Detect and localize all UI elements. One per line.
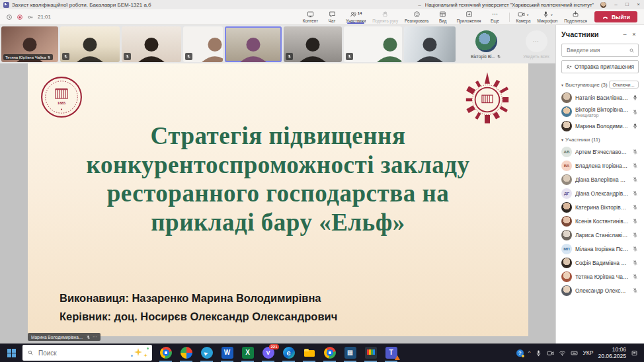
- start-button[interactable]: [0, 344, 22, 362]
- more-dots-icon: ⋯: [492, 11, 498, 18]
- participant-row[interactable]: Тетяна Юріївна Чайка: [556, 270, 644, 283]
- participant-row[interactable]: МП Мілана Ігорівна Псарьова: [556, 242, 644, 256]
- camera-chevron-icon[interactable]: ∨: [526, 13, 529, 17]
- keyboard-icon[interactable]: [571, 349, 578, 357]
- panel-minimize-button[interactable]: –: [620, 31, 629, 38]
- participant-mic-icon[interactable]: [632, 109, 639, 115]
- participant-mic-muted-icon[interactable]: [632, 232, 639, 238]
- participant-row[interactable]: Лариса Станіславівна Стригуль: [556, 228, 644, 242]
- taskbar-app-chrome[interactable]: [155, 344, 176, 362]
- chevron-down-icon[interactable]: ▾: [561, 137, 563, 142]
- window-maximize-button[interactable]: □: [622, 0, 633, 9]
- taskbar-search-box[interactable]: [22, 345, 152, 361]
- participant-search-box[interactable]: [561, 44, 639, 57]
- speakers-section-header[interactable]: Выступающие (3): [565, 82, 607, 88]
- participant-mic-muted-icon[interactable]: [632, 260, 639, 266]
- window-close-button[interactable]: ×: [633, 0, 644, 9]
- taskbar-app-colorful[interactable]: [176, 344, 196, 362]
- video-tile-name-tag: Тетяна Юріївна Чайка: [3, 54, 53, 60]
- participant-row[interactable]: Ксенія Костянтинівна Косова: [556, 214, 644, 228]
- participant-row[interactable]: АБ Артем В'ячеславович Белевцев: [556, 145, 644, 159]
- speaker-row[interactable]: Вікторія Вікторівна Мартинова Инициатор: [556, 104, 644, 119]
- toolbar-button-apps[interactable]: Приложения: [454, 9, 485, 24]
- taskbar-app-edge[interactable]: e: [278, 344, 299, 362]
- video-tile[interactable]: Тетяна Юріївна Чайка: [1, 26, 58, 62]
- taskbar-app-calculator[interactable]: ▦: [340, 344, 360, 362]
- leave-meeting-button[interactable]: Выйти: [594, 11, 637, 22]
- attendees-section-header[interactable]: Участники (11): [565, 137, 600, 143]
- tray-expand-icon[interactable]: ^: [528, 349, 531, 356]
- participant-mic-muted-icon[interactable]: [632, 218, 639, 224]
- mic-muted-icon: [346, 53, 353, 60]
- participant-mic-muted-icon[interactable]: [632, 163, 639, 168]
- user-avatar[interactable]: [600, 2, 606, 8]
- taskbar-app-viber[interactable]: V 221: [258, 344, 278, 362]
- participant-mic-muted-icon[interactable]: [632, 190, 639, 196]
- video-tile[interactable]: [344, 26, 402, 62]
- taskbar-app-excel[interactable]: X: [237, 344, 258, 362]
- taskbar-app-monitor[interactable]: [360, 344, 381, 362]
- toolbar-button-content[interactable]: Контент: [300, 9, 321, 24]
- participant-row[interactable]: Софія Вадимівна Состіна: [556, 256, 644, 270]
- window-minimize-button[interactable]: –: [610, 0, 622, 9]
- clock-icon: [6, 14, 13, 20]
- toolbar-button-raise-hand[interactable]: Поднять руку: [369, 9, 401, 24]
- taskbar-app-teams[interactable]: T: [381, 344, 401, 362]
- participant-mic-icon[interactable]: [632, 94, 639, 100]
- video-tile[interactable]: [284, 26, 342, 62]
- participant-row[interactable]: ДГ Діана Олександрівна Гнезділова: [556, 186, 644, 200]
- action-center-icon[interactable]: [631, 349, 638, 357]
- speaker-row[interactable]: Марина Володимирівна Наза...: [556, 119, 644, 133]
- toolbar-button-react[interactable]: Реагировать: [401, 9, 432, 24]
- chevron-down-icon[interactable]: ▾: [561, 83, 563, 87]
- wifi-icon[interactable]: [559, 349, 566, 357]
- avatar: ДГ: [561, 188, 572, 199]
- participant-mic-muted-icon[interactable]: [632, 273, 639, 279]
- participant-mic-muted-icon[interactable]: [632, 204, 639, 210]
- video-tile[interactable]: [122, 26, 181, 62]
- toolbar-button-share[interactable]: Поделиться: [561, 9, 590, 24]
- microphone-chevron-icon[interactable]: ∨: [551, 13, 553, 17]
- video-tile[interactable]: [404, 26, 456, 62]
- toolbar-button-chat[interactable]: Чат: [321, 9, 342, 24]
- meeting-timer: 21:01: [38, 14, 51, 20]
- participant-row[interactable]: Діана Валеріївна Райко: [556, 172, 644, 186]
- participant-row[interactable]: Олександр Олександрович Но...: [556, 283, 644, 297]
- toolbar-button-more[interactable]: ⋯ Еще: [485, 9, 506, 24]
- tray-microphone-icon[interactable]: [535, 349, 542, 357]
- speaker-row[interactable]: Наталія Василівна Якименко-Те...: [556, 90, 644, 104]
- panel-close-button[interactable]: ×: [629, 31, 639, 38]
- taskbar-app-telegram[interactable]: ▶: [196, 344, 217, 362]
- participant-row[interactable]: ВА Владлена Ігорівна Антипчук: [556, 159, 644, 172]
- send-invite-button[interactable]: Отправка приглашения: [561, 60, 639, 73]
- toolbar-button-participants[interactable]: 14 Участники: [342, 9, 369, 24]
- video-tile[interactable]: [60, 26, 120, 62]
- participant-mic-muted-icon[interactable]: [632, 246, 639, 252]
- help-badge-dot: [522, 355, 524, 357]
- participant-mic-muted-icon[interactable]: [632, 287, 639, 293]
- video-tile[interactable]: [183, 26, 223, 62]
- taskbar-app-word[interactable]: W: [217, 344, 237, 362]
- titlebar-separator: –: [418, 2, 421, 8]
- recording-cluster: 21:01: [0, 14, 51, 20]
- video-tile[interactable]: [225, 26, 282, 62]
- participant-mic-icon[interactable]: [632, 123, 639, 129]
- participant-mic-muted-icon[interactable]: [632, 149, 639, 155]
- toolbar-button-view[interactable]: Вид: [432, 9, 454, 24]
- taskbar-app-chrome-2[interactable]: [319, 344, 340, 362]
- help-icon[interactable]: ?: [516, 349, 524, 357]
- taskbar-app-explorer[interactable]: [299, 344, 319, 362]
- taskbar-clock[interactable]: 10:06 20.06.2025: [598, 346, 626, 359]
- participant-mic-muted-icon[interactable]: [632, 176, 639, 182]
- organization-title[interactable]: Національний технічний університет "Харк…: [425, 2, 594, 8]
- participant-row[interactable]: Катерина Вікторівна Куниця: [556, 200, 644, 214]
- participant-search-input[interactable]: [565, 46, 627, 54]
- participant-avatar-tile[interactable]: Вікторія Ві...: [466, 30, 506, 59]
- toolbar-button-camera[interactable]: ∨ Камера: [513, 9, 534, 24]
- toolbar-button-microphone[interactable]: ∨ Микрофон: [534, 9, 561, 24]
- tray-camera-icon[interactable]: [547, 349, 554, 357]
- slide-title-line: ресторанного господарства на: [28, 179, 528, 208]
- see-all-tile[interactable]: ⋯ Увидеть всех: [516, 30, 556, 59]
- language-indicator[interactable]: УКР: [583, 349, 593, 356]
- mute-all-button[interactable]: Отключить все мик...: [609, 81, 639, 89]
